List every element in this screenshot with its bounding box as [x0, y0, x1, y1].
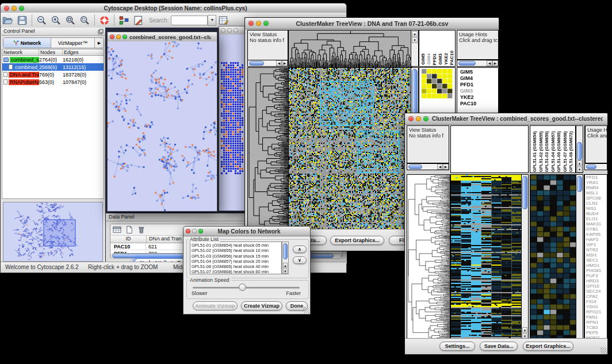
tv2-column-label[interactable]: GPL51-07 (GSM868) — [563, 131, 569, 172]
tv1-hints-scrollbar[interactable]: ◀ ▶ — [457, 60, 499, 67]
attribute-list-item[interactable]: GPL51-02 (GSM855) heat shock 10 min — [192, 248, 281, 253]
tv2-export-graphics-button[interactable]: Export Graphics... — [523, 342, 573, 351]
open-file-icon[interactable] — [2, 15, 13, 26]
tv2-gene-label[interactable]: FIG4 — [585, 299, 607, 304]
tv1-column-label[interactable]: PAC10 — [449, 51, 455, 65]
scroll-up-icon[interactable]: ▲ — [412, 31, 418, 37]
tv1-heatmap-canvas[interactable] — [288, 67, 412, 231]
tv1-zoom-heatmap-canvas[interactable] — [422, 69, 453, 99]
zoom-button[interactable] — [423, 116, 429, 121]
scroll-up-icon[interactable]: ▲ — [522, 327, 527, 333]
attribute-list-item[interactable]: GPL51-06 (GSM865) heat shock 40 min — [192, 264, 281, 269]
tv2-gene-label[interactable]: RPO21 — [585, 309, 607, 315]
network-view-canvas[interactable] — [108, 41, 217, 211]
birdseye-panel[interactable] — [3, 202, 103, 262]
main-titlebar[interactable]: Cytoscape Desktop (Session Name: collins… — [1, 3, 346, 13]
tv2-column-label[interactable]: GPL51-04 (GSM857) — [550, 131, 557, 172]
tv2-gene-label[interactable]: MSI1 — [585, 252, 607, 258]
tab-vizmapper[interactable]: VizMapper™ — [51, 38, 95, 48]
search-input[interactable] — [171, 16, 208, 25]
tv1-row-label[interactable]: PFD1 — [459, 82, 498, 88]
tv2-titlebar[interactable]: ClusterMaker TreeView : combined_scores_… — [405, 113, 607, 125]
help-lifering-icon[interactable] — [99, 15, 110, 26]
minimize-button[interactable] — [192, 229, 197, 233]
tab-overflow-button[interactable]: ▶ — [95, 38, 104, 48]
tv2-gene-label[interactable]: NIS1 — [585, 206, 607, 211]
tv1-row-dendrogram[interactable] — [247, 67, 289, 231]
tv1-row-label[interactable]: GIM3 — [459, 88, 498, 94]
tv2-gene-label[interactable]: RNR4 — [585, 185, 607, 190]
tv2-gene-label[interactable]: YRA1 — [585, 180, 607, 185]
network-grid-canvas[interactable] — [219, 35, 246, 210]
tv1-column-label[interactable]: GIM4 — [426, 53, 432, 65]
tv2-gene-label[interactable]: RPN1 — [585, 320, 607, 325]
network-window-titlebar[interactable]: combined_scores_good.txt--cluste... — [108, 32, 217, 42]
scroll-right-icon[interactable]: ▶ — [282, 60, 288, 66]
tv2-gene-label[interactable]: PUF3 — [585, 273, 607, 278]
new-attribute-icon[interactable] — [125, 225, 133, 234]
tv1-export-graphics-button[interactable]: Export Graphics... — [330, 236, 384, 245]
tv2-gene-label[interactable]: KAP95 — [585, 232, 607, 237]
attribute-list-item[interactable]: GPL51-07 (GSM868) heat shock 60 min — [192, 269, 281, 274]
attribute-list-item[interactable]: GPL51-01 (GSM854) heat shock 05 min — [192, 243, 281, 248]
tv2-gene-label[interactable]: NTR2 — [585, 247, 607, 252]
grid-window-titlebar[interactable] — [219, 26, 246, 35]
scroll-up-icon[interactable]: ▲ — [283, 263, 288, 268]
scroll-down-icon[interactable]: ▼ — [283, 269, 288, 274]
zoom-out-icon[interactable] — [36, 15, 47, 26]
close-button[interactable] — [4, 6, 9, 11]
attribute-list-item[interactable]: GPL51-03 (GSM856) heat shock 15 min — [192, 254, 281, 259]
tv2-gene-label[interactable]: SPC98 — [585, 196, 607, 201]
attribute-list-item[interactable]: GPL51-04 (GSM857) heat shock 20 min — [192, 259, 281, 264]
move-down-button[interactable]: ∨ — [293, 256, 307, 264]
tv2-gene-label[interactable]: SEC1 — [585, 258, 607, 263]
data-col-id[interactable]: ID — [110, 236, 147, 243]
search-dropdown-arrow[interactable]: ▼ — [208, 15, 216, 26]
move-up-button[interactable]: ∧ — [293, 246, 307, 253]
zoom-button[interactable] — [263, 21, 269, 26]
scroll-up-icon[interactable]: ▲ — [577, 160, 582, 166]
scroll-left-icon[interactable]: ◀ — [487, 60, 492, 66]
float-panel-icon[interactable] — [98, 29, 104, 35]
tv2-column-label[interactable]: GPL51-01 (GSM854) — [532, 131, 538, 172]
tv2-gene-label[interactable]: HMG1 — [585, 263, 607, 268]
delete-attribute-icon[interactable] — [137, 225, 146, 234]
tv2-column-label[interactable]: GPL51-08 (GSM872) — [568, 131, 575, 172]
minimize-button[interactable] — [256, 21, 261, 26]
tv2-gene-label[interactable]: PEP5 — [585, 330, 607, 335]
tv2-labels-vscrollbar[interactable]: ▲ ▼ — [576, 125, 583, 173]
tv2-gene-label[interactable]: PAN1 — [585, 315, 607, 320]
tv2-gene-label[interactable]: MSL1 — [585, 190, 607, 196]
tv2-gene-label[interactable]: HRD3 — [585, 278, 607, 283]
tv1-column-label[interactable]: GIM5 — [420, 53, 426, 65]
minimize-button[interactable] — [227, 28, 232, 33]
tv2-column-label[interactable]: GPL51-02 (GSM855) — [538, 131, 545, 172]
scroll-left-icon[interactable]: ◀ — [437, 164, 443, 170]
attribute-list[interactable]: GPL51-01 (GSM854) heat shock 05 minGPL51… — [190, 242, 282, 274]
tv2-column-label[interactable]: GPL51-03 (GSM856) — [544, 131, 550, 172]
zoom-button[interactable] — [198, 229, 203, 233]
speed-slider-thumb[interactable] — [239, 283, 246, 291]
tv1-row-label[interactable]: YKE2 — [459, 94, 498, 101]
tv1-row-label[interactable]: PAC10 — [459, 101, 498, 107]
scroll-right-icon[interactable]: ▶ — [443, 164, 449, 170]
tv1-top-scroll-strip[interactable]: ▲ ▼ — [411, 30, 419, 67]
scroll-down-icon[interactable]: ▼ — [412, 37, 418, 43]
zoom-selected-icon[interactable] — [79, 15, 90, 26]
tv2-gene-label[interactable]: HAP3 — [585, 237, 607, 242]
zoom-button[interactable] — [123, 35, 127, 39]
tv1-column-label[interactable]: YKE2 — [443, 53, 449, 65]
animate-vizmap-button[interactable]: Animate Vizmap — [193, 301, 238, 311]
annotation-icon[interactable] — [133, 15, 144, 26]
tv2-hints-scrollbar[interactable] — [584, 163, 607, 170]
tv2-gene-label[interactable]: MAK31 — [585, 221, 607, 227]
close-button[interactable] — [186, 229, 190, 233]
network-list-row[interactable]: DNA and Tran 07 769(0) 183728(0) — [2, 71, 104, 78]
tv2-gene-label[interactable]: YSH1 — [585, 304, 607, 309]
col-network[interactable]: Network — [2, 49, 39, 55]
tv1-column-label[interactable]: GIM3 — [438, 53, 443, 65]
tv2-zoom-heatmap-canvas[interactable] — [530, 174, 577, 341]
speed-slider-track[interactable] — [193, 287, 300, 289]
tv2-gene-label[interactable]: PFD1 — [585, 175, 607, 180]
network-list-row[interactable]: RNAPuberNov2+ 563(0) 107847(0) — [2, 78, 104, 86]
